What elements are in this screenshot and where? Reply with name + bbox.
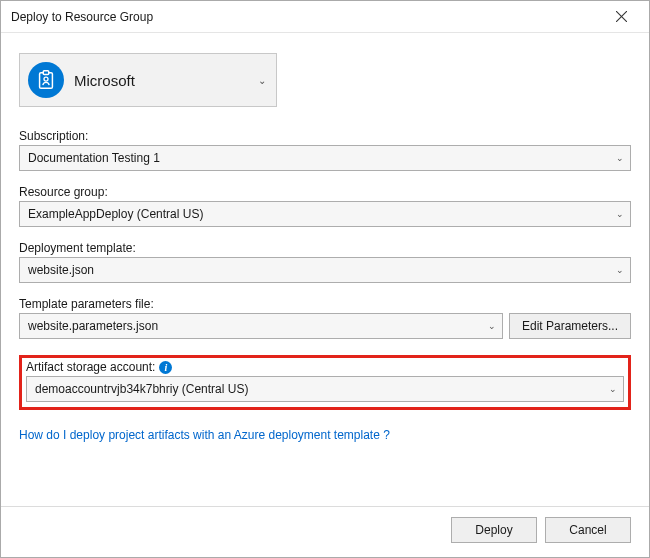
chevron-down-icon: ⌄ [488,321,496,331]
account-picker[interactable]: Microsoft ⌄ [19,53,277,107]
resource-group-value: ExampleAppDeploy (Central US) [28,207,616,221]
info-icon[interactable]: i [159,361,172,374]
svg-rect-3 [43,71,49,75]
artifact-storage-value: demoaccountrvjb34k7bhriy (Central US) [35,382,609,396]
edit-parameters-button[interactable]: Edit Parameters... [509,313,631,339]
deploy-button[interactable]: Deploy [451,517,537,543]
close-button[interactable] [601,3,641,31]
deploy-dialog: Deploy to Resource Group Microsoft ⌄ Sub [0,0,650,558]
artifact-storage-label: Artifact storage account: i [26,360,624,374]
chevron-down-icon: ⌄ [616,153,624,163]
chevron-down-icon: ⌄ [609,384,617,394]
chevron-down-icon: ⌄ [616,265,624,275]
subscription-label: Subscription: [19,129,631,143]
svg-point-4 [44,77,48,81]
template-params-dropdown[interactable]: website.parameters.json ⌄ [19,313,503,339]
close-icon [616,11,627,22]
dialog-content: Microsoft ⌄ Subscription: Documentation … [1,33,649,506]
cancel-button[interactable]: Cancel [545,517,631,543]
dialog-footer: Deploy Cancel [1,506,649,557]
deployment-template-dropdown[interactable]: website.json ⌄ [19,257,631,283]
deployment-template-label: Deployment template: [19,241,631,255]
help-link[interactable]: How do I deploy project artifacts with a… [19,428,631,442]
account-name: Microsoft [74,72,258,89]
titlebar: Deploy to Resource Group [1,1,649,33]
chevron-down-icon: ⌄ [616,209,624,219]
artifact-storage-highlight: Artifact storage account: i demoaccountr… [19,355,631,410]
artifact-storage-dropdown[interactable]: demoaccountrvjb34k7bhriy (Central US) ⌄ [26,376,624,402]
template-params-label: Template parameters file: [19,297,631,311]
deployment-template-value: website.json [28,263,616,277]
template-params-field: Template parameters file: website.parame… [19,297,631,339]
subscription-field: Subscription: Documentation Testing 1 ⌄ [19,129,631,171]
resource-group-label: Resource group: [19,185,631,199]
resource-group-field: Resource group: ExampleAppDeploy (Centra… [19,185,631,227]
chevron-down-icon: ⌄ [258,75,266,86]
window-title: Deploy to Resource Group [11,10,601,24]
subscription-dropdown[interactable]: Documentation Testing 1 ⌄ [19,145,631,171]
artifact-storage-label-text: Artifact storage account: [26,360,155,374]
deployment-template-field: Deployment template: website.json ⌄ [19,241,631,283]
template-params-value: website.parameters.json [28,319,488,333]
subscription-value: Documentation Testing 1 [28,151,616,165]
resource-group-dropdown[interactable]: ExampleAppDeploy (Central US) ⌄ [19,201,631,227]
badge-icon [28,62,64,98]
